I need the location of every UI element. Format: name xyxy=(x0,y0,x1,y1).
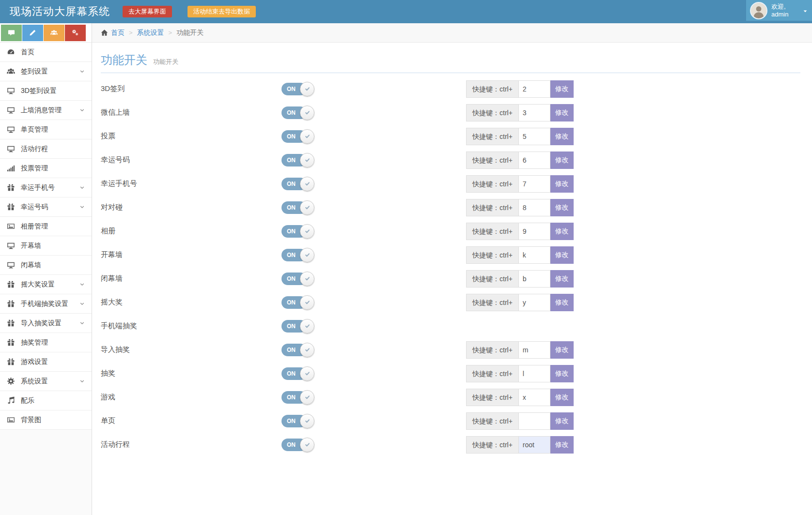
feature-row: 对对碰 ON 快捷键：ctrl+ 修改 xyxy=(101,196,800,219)
sidebar-item[interactable]: 开幕墙 xyxy=(0,236,92,256)
feature-row: 3D签到 ON 快捷键：ctrl+ 修改 xyxy=(101,77,800,101)
modify-button[interactable]: 修改 xyxy=(550,270,574,288)
feature-label: 对对碰 xyxy=(101,203,281,212)
toggle-knob xyxy=(300,153,314,167)
quick-button-users[interactable] xyxy=(44,25,64,41)
modify-button[interactable]: 修改 xyxy=(550,341,574,359)
sidebar-item-label: 游戏设置 xyxy=(21,358,48,366)
modify-button[interactable]: 修改 xyxy=(550,389,574,406)
feature-label: 活动行程 xyxy=(101,440,281,449)
feature-row: 幸运号码 ON 快捷键：ctrl+ 修改 xyxy=(101,148,800,172)
sidebar-item[interactable]: 相册管理 xyxy=(0,217,92,236)
go-big-screen-button[interactable]: 去大屏幕界面 xyxy=(123,6,172,17)
shortcut-key-label: 快捷键：ctrl+ xyxy=(466,341,519,359)
feature-toggle[interactable]: ON xyxy=(281,320,314,333)
feature-toggle[interactable]: ON xyxy=(281,296,314,309)
sidebar-item[interactable]: 首页 xyxy=(0,43,92,62)
modify-button[interactable]: 修改 xyxy=(550,294,574,311)
shortcut-group: 快捷键：ctrl+ 修改 xyxy=(466,365,574,382)
shortcut-key-input[interactable] xyxy=(519,294,550,311)
shortcut-key-input[interactable] xyxy=(519,365,550,382)
modify-button[interactable]: 修改 xyxy=(550,436,574,454)
sidebar-item-label: 3D签到设置 xyxy=(21,87,57,95)
sidebar-item[interactable]: 导入抽奖设置 xyxy=(0,314,92,333)
sidebar-item[interactable]: 手机端抽奖设置 xyxy=(0,294,92,314)
user-menu[interactable]: 欢迎, admin xyxy=(746,0,812,21)
feature-row: 摇大奖 ON 快捷键：ctrl+ 修改 xyxy=(101,290,800,314)
sidebar-item[interactable]: 上墙消息管理 xyxy=(0,101,92,120)
shortcut-key-label: 快捷键：ctrl+ xyxy=(466,412,519,430)
breadcrumb-link[interactable]: 系统设置 xyxy=(137,29,164,36)
feature-toggle[interactable]: ON xyxy=(281,415,314,427)
quick-button-comment[interactable] xyxy=(1,25,22,41)
shortcut-key-input[interactable] xyxy=(519,270,550,288)
sidebar-item[interactable]: 摇大奖设置 xyxy=(0,275,92,294)
toggle-knob xyxy=(300,272,314,286)
shortcut-key-input[interactable] xyxy=(519,199,550,216)
shortcut-group: 快捷键：ctrl+ 修改 xyxy=(466,223,574,240)
shortcut-key-input[interactable] xyxy=(519,389,550,406)
feature-toggle[interactable]: ON xyxy=(281,154,314,167)
quick-button-pencil[interactable] xyxy=(22,25,43,41)
sidebar-item[interactable]: 幸运手机号 xyxy=(0,178,92,197)
modify-button[interactable]: 修改 xyxy=(550,412,574,430)
modify-button[interactable]: 修改 xyxy=(550,128,574,145)
shortcut-key-input[interactable] xyxy=(519,412,550,430)
gift-icon xyxy=(7,319,15,327)
shortcut-key-input[interactable] xyxy=(519,223,550,240)
gift-icon xyxy=(7,358,15,366)
feature-toggle[interactable]: ON xyxy=(281,367,314,380)
caret-down-icon xyxy=(802,8,808,14)
shortcut-key-input[interactable] xyxy=(519,436,550,454)
sidebar-item-label: 摇大奖设置 xyxy=(21,280,55,289)
shortcut-key-input[interactable] xyxy=(519,175,550,193)
feature-toggle[interactable]: ON xyxy=(281,225,314,238)
shortcut-key-input[interactable] xyxy=(519,80,550,98)
feature-toggle[interactable]: ON xyxy=(281,249,314,261)
sidebar-item[interactable]: 单页管理 xyxy=(0,120,92,139)
shortcut-key-input[interactable] xyxy=(519,104,550,121)
sidebar-item[interactable]: 3D签到设置 xyxy=(0,81,92,101)
feature-toggle[interactable]: ON xyxy=(281,391,314,404)
sidebar-item[interactable]: 活动行程 xyxy=(0,139,92,159)
shortcut-key-input[interactable] xyxy=(519,246,550,264)
shortcut-key-input[interactable] xyxy=(519,341,550,359)
check-icon xyxy=(304,85,311,92)
feature-toggle[interactable]: ON xyxy=(281,439,314,451)
modify-button[interactable]: 修改 xyxy=(550,365,574,382)
sidebar-item[interactable]: 签到设置 xyxy=(0,62,92,81)
modify-button[interactable]: 修改 xyxy=(550,80,574,98)
shortcut-key-label: 快捷键：ctrl+ xyxy=(466,389,519,406)
sidebar-item[interactable]: 背景图 xyxy=(0,410,92,430)
toggle-knob xyxy=(300,438,314,452)
sidebar-item[interactable]: 闭幕墙 xyxy=(0,256,92,275)
feature-toggle[interactable]: ON xyxy=(281,83,314,95)
feature-label: 幸运手机号 xyxy=(101,179,281,188)
feature-toggle[interactable]: ON xyxy=(281,130,314,143)
page-body: 功能开关 功能开关 3D签到 ON 快捷键：ctrl+ 修改 微信上墙 ON 快… xyxy=(92,43,812,456)
modify-button[interactable]: 修改 xyxy=(550,175,574,193)
modify-button[interactable]: 修改 xyxy=(550,223,574,240)
modify-button[interactable]: 修改 xyxy=(550,246,574,264)
feature-toggle[interactable]: ON xyxy=(281,106,314,119)
sidebar-item[interactable]: 投票管理 xyxy=(0,159,92,178)
modify-button[interactable]: 修改 xyxy=(550,151,574,169)
feature-toggle[interactable]: ON xyxy=(281,201,314,214)
check-icon xyxy=(304,204,311,211)
shortcut-key-input[interactable] xyxy=(519,151,550,169)
sidebar-item[interactable]: 游戏设置 xyxy=(0,352,92,372)
feature-toggle[interactable]: ON xyxy=(281,178,314,190)
modify-button[interactable]: 修改 xyxy=(550,199,574,216)
breadcrumb-link[interactable]: 首页 xyxy=(111,29,125,36)
sidebar-item[interactable]: 幸运号码 xyxy=(0,197,92,217)
feature-toggle[interactable]: ON xyxy=(281,273,314,285)
feature-toggle[interactable]: ON xyxy=(281,344,314,356)
modify-button[interactable]: 修改 xyxy=(550,104,574,121)
sidebar-item[interactable]: 抽奖管理 xyxy=(0,333,92,352)
sidebar-item[interactable]: 配乐 xyxy=(0,391,92,410)
sidebar-item[interactable]: 系统设置 xyxy=(0,372,92,391)
shortcut-key-input[interactable] xyxy=(519,128,550,145)
quick-button-cogs[interactable] xyxy=(65,25,86,41)
sidebar-empty-area xyxy=(0,430,92,515)
export-data-button[interactable]: 活动结束去导出数据 xyxy=(187,6,256,17)
